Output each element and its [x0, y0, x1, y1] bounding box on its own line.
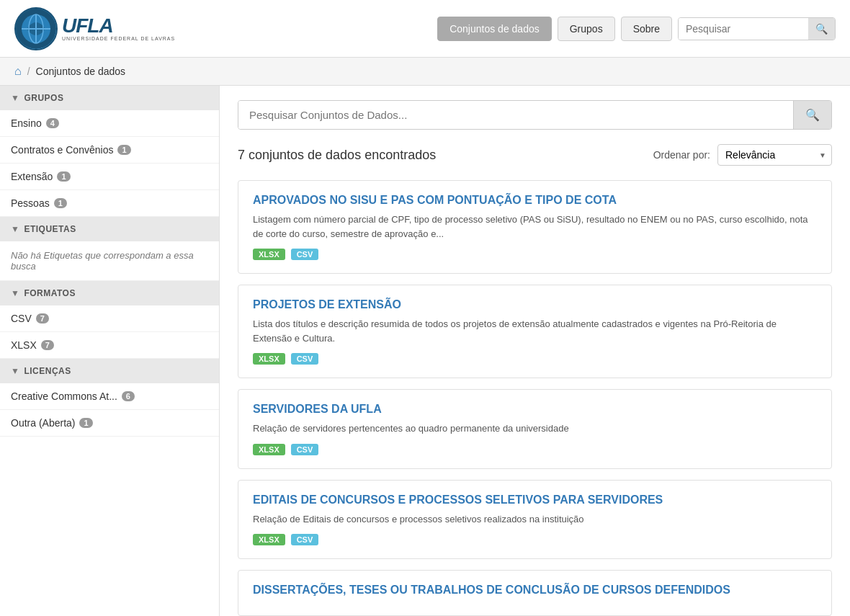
nav-about[interactable]: Sobre: [621, 17, 672, 41]
sidebar-item-outra[interactable]: Outra (Aberta) 1: [0, 410, 219, 437]
logo: UFLA UNIVERSIDADE FEDERAL DE LAVRAS: [14, 7, 175, 50]
sort-select-wrapper: Relevância Nome ascendente Nome descende…: [717, 144, 832, 166]
tag-xlsx-1: XLSX: [253, 249, 285, 260]
filter-icon-grupos: ▼: [11, 93, 19, 103]
header-search: 🔍: [678, 17, 836, 40]
sidebar-item-extensao[interactable]: Extensão 1: [0, 164, 219, 190]
outra-label: Outra (Aberta): [11, 417, 75, 429]
pessoas-badge: 1: [54, 198, 67, 208]
xlsx-label: XLSX: [11, 339, 37, 351]
csv-label: CSV: [11, 313, 32, 324]
dataset-card-1: APROVADOS NO SISU E PAS COM PONTUAÇÃO E …: [238, 180, 832, 274]
main-layout: ▼ GRUPOS Ensino 4 Contratos e Convênios …: [0, 86, 850, 616]
outra-badge: 1: [79, 418, 92, 428]
pessoas-label: Pessoas: [11, 197, 50, 209]
main-nav: Conjuntos de dados Grupos Sobre 🔍: [437, 17, 836, 41]
contratos-badge: 1: [117, 145, 130, 155]
header-search-input[interactable]: [679, 18, 808, 40]
formatos-section-header: ▼ FORMATOS: [0, 281, 219, 305]
tag-xlsx-4: XLSX: [253, 534, 285, 545]
sidebar: ▼ GRUPOS Ensino 4 Contratos e Convênios …: [0, 86, 220, 616]
filter-icon-licencas: ▼: [11, 366, 19, 376]
dataset-title-2[interactable]: PROJETOS DE EXTENSÃO: [253, 298, 817, 311]
dataset-desc-1: Listagem com número parcial de CPF, tipo…: [253, 213, 817, 241]
tag-csv-3: CSV: [291, 444, 319, 455]
main-search-input[interactable]: [238, 101, 793, 129]
sort-bar: Ordenar por: Relevância Nome ascendente …: [653, 144, 832, 166]
cc-badge: 6: [122, 391, 135, 401]
ensino-label: Ensino: [11, 117, 42, 129]
dataset-title-5[interactable]: DISSERTAÇÕES, TESES OU TRABALHOS DE CONC…: [253, 584, 817, 597]
sort-label: Ordenar por:: [653, 149, 710, 161]
dataset-card-5: DISSERTAÇÕES, TESES OU TRABALHOS DE CONC…: [238, 570, 832, 616]
grupos-header-label: GRUPOS: [24, 93, 63, 103]
dataset-title-4[interactable]: EDITAIS DE CONCURSOS E PROCESSOS SELETIV…: [253, 494, 817, 506]
no-tags-text: Não há Etiquetas que correspondam a essa…: [0, 241, 219, 281]
ensino-badge: 4: [46, 118, 59, 128]
header-search-button[interactable]: 🔍: [808, 18, 835, 40]
sidebar-item-contratos[interactable]: Contratos e Convênios 1: [0, 137, 219, 164]
breadcrumb-home-icon[interactable]: ⌂: [14, 65, 22, 78]
dataset-desc-3: Relação de servidores pertencentes ao qu…: [253, 421, 817, 436]
nav-groups[interactable]: Grupos: [558, 17, 615, 41]
main-content: 🔍 7 conjuntos de dados encontrados Orden…: [220, 86, 850, 616]
breadcrumb-separator: /: [27, 66, 30, 77]
formatos-header-label: FORMATOS: [24, 288, 76, 298]
logo-ufla-text: UFLA: [62, 16, 175, 36]
contratos-label: Contratos e Convênios: [11, 144, 113, 156]
sidebar-item-xlsx[interactable]: XLSX 7: [0, 332, 219, 359]
sidebar-item-pessoas[interactable]: Pessoas 1: [0, 190, 219, 217]
tag-xlsx-3: XLSX: [253, 444, 285, 455]
dataset-title-1[interactable]: APROVADOS NO SISU E PAS COM PONTUAÇÃO E …: [253, 194, 817, 207]
header: UFLA UNIVERSIDADE FEDERAL DE LAVRAS Conj…: [0, 0, 850, 58]
results-bar: 7 conjuntos de dados encontrados Ordenar…: [238, 144, 832, 166]
extensao-badge: 1: [57, 171, 70, 182]
dataset-card-4: EDITAIS DE CONCURSOS E PROCESSOS SELETIV…: [238, 480, 832, 560]
main-search-button[interactable]: 🔍: [793, 101, 831, 129]
filter-icon-etiquetas: ▼: [11, 224, 19, 234]
logo-subtitle: UNIVERSIDADE FEDERAL DE LAVRAS: [62, 36, 175, 41]
grupos-section-header: ▼ GRUPOS: [0, 86, 219, 110]
etiquetas-header-label: ETIQUETAS: [24, 224, 76, 234]
csv-badge: 7: [36, 313, 49, 323]
dataset-desc-2: Lista dos títulos e descrição resumida d…: [253, 317, 817, 345]
licencas-header-label: LICENÇAS: [24, 366, 71, 376]
tag-xlsx-2: XLSX: [253, 353, 285, 365]
logo-circle: [14, 7, 58, 50]
dataset-desc-4: Relação de Editais de concursos e proces…: [253, 512, 817, 527]
extensao-label: Extensão: [11, 171, 53, 182]
xlsx-badge: 7: [41, 340, 54, 350]
nav-datasets[interactable]: Conjuntos de dados: [437, 17, 552, 41]
sort-select[interactable]: Relevância Nome ascendente Nome descende…: [717, 144, 832, 166]
sidebar-item-csv[interactable]: CSV 7: [0, 305, 219, 332]
breadcrumb-current: Conjuntos de dados: [36, 66, 126, 77]
cc-label: Creative Commons At...: [11, 390, 117, 402]
main-search-bar: 🔍: [238, 100, 832, 130]
sidebar-item-cc[interactable]: Creative Commons At... 6: [0, 383, 219, 410]
dataset-card-3: SERVIDORES DA UFLA Relação de servidores…: [238, 389, 832, 469]
tag-csv-2: CSV: [291, 353, 319, 365]
dataset-card-2: PROJETOS DE EXTENSÃO Lista dos títulos e…: [238, 285, 832, 378]
tag-csv-4: CSV: [291, 534, 319, 545]
results-count: 7 conjuntos de dados encontrados: [238, 148, 436, 163]
tag-csv-1: CSV: [291, 249, 319, 260]
licencas-section-header: ▼ LICENÇAS: [0, 359, 219, 383]
breadcrumb: ⌂ / Conjuntos de dados: [0, 58, 850, 86]
etiquetas-section-header: ▼ ETIQUETAS: [0, 217, 219, 241]
dataset-title-3[interactable]: SERVIDORES DA UFLA: [253, 403, 817, 416]
sidebar-item-ensino[interactable]: Ensino 4: [0, 110, 219, 137]
logo-text: UFLA UNIVERSIDADE FEDERAL DE LAVRAS: [62, 16, 175, 41]
filter-icon-formatos: ▼: [11, 288, 19, 298]
